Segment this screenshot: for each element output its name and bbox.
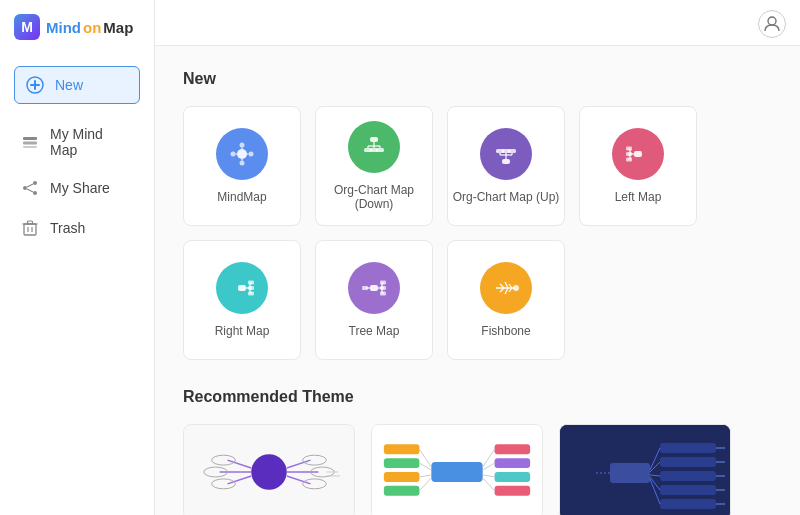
svg-rect-52: [626, 158, 632, 162]
svg-point-80: [513, 285, 519, 291]
map-card-org-up[interactable]: Org-Chart Map (Up): [447, 106, 565, 226]
svg-rect-62: [370, 285, 378, 291]
svg-rect-61: [248, 292, 254, 296]
tree-map-icon: [348, 262, 400, 314]
org-up-icon: [480, 128, 532, 180]
svg-point-18: [240, 143, 245, 148]
fishbone-label: Fishbone: [481, 324, 530, 338]
profile-button[interactable]: [758, 10, 786, 38]
svg-rect-13: [28, 221, 33, 224]
trash-icon: [20, 218, 40, 238]
svg-point-20: [231, 152, 236, 157]
tree-map-label: Tree Map: [349, 324, 400, 338]
svg-point-6: [33, 181, 37, 185]
main-content: New MindMap: [155, 46, 800, 515]
svg-line-9: [27, 184, 33, 187]
svg-rect-4: [23, 142, 37, 145]
svg-rect-43: [508, 149, 516, 153]
top-bar: [155, 0, 800, 46]
svg-rect-68: [380, 281, 386, 285]
sidebar-item-trash[interactable]: Trash: [0, 208, 154, 248]
svg-point-17: [237, 149, 247, 159]
svg-rect-119: [660, 471, 716, 481]
svg-rect-72: [362, 286, 368, 290]
svg-rect-121: [660, 499, 716, 509]
mindmap-icon: [216, 128, 268, 180]
sidebar-item-new-label: New: [55, 77, 83, 93]
svg-rect-26: [370, 137, 378, 142]
fishbone-icon: [480, 262, 532, 314]
svg-rect-102: [384, 486, 420, 496]
svg-rect-117: [660, 443, 716, 453]
org-up-label: Org-Chart Map (Up): [453, 190, 560, 204]
new-section-title: New: [183, 70, 772, 88]
svg-point-7: [23, 186, 27, 190]
map-card-mindmap[interactable]: MindMap: [183, 106, 301, 226]
svg-point-8: [33, 191, 37, 195]
theme-grid: [183, 424, 772, 515]
org-down-icon: [348, 121, 400, 173]
layers-icon: [20, 132, 40, 152]
map-card-right-map[interactable]: Right Map: [183, 240, 301, 360]
svg-line-10: [27, 189, 33, 192]
sidebar-item-my-share[interactable]: My Share: [0, 168, 154, 208]
map-card-org-down[interactable]: Org-Chart Map (Down): [315, 106, 433, 226]
org-down-label: Org-Chart Map (Down): [316, 183, 432, 211]
svg-line-77: [505, 288, 508, 294]
svg-rect-99: [384, 444, 420, 454]
plus-circle-icon: [25, 75, 45, 95]
svg-rect-44: [634, 151, 642, 157]
svg-rect-118: [660, 457, 716, 467]
svg-rect-3: [23, 137, 37, 140]
sidebar: M MindonMap New My Mind Map: [0, 0, 155, 515]
sidebar-item-trash-label: Trash: [50, 220, 85, 236]
logo-icon: M: [14, 14, 40, 40]
map-type-grid: MindMap Org-C: [183, 106, 772, 360]
svg-rect-69: [380, 286, 386, 290]
svg-rect-35: [502, 159, 510, 164]
svg-rect-59: [248, 281, 254, 285]
svg-point-16: [768, 17, 776, 25]
svg-rect-109: [495, 472, 531, 482]
svg-rect-100: [384, 458, 420, 468]
map-card-tree-map[interactable]: Tree Map: [315, 240, 433, 360]
sidebar-item-my-mind-map[interactable]: My Mind Map: [0, 116, 154, 168]
svg-rect-101: [384, 472, 420, 482]
svg-rect-116: [610, 463, 650, 483]
svg-rect-5: [23, 146, 37, 148]
svg-rect-11: [24, 224, 36, 235]
logo-area: M MindonMap: [0, 0, 154, 54]
theme-card-dark[interactable]: [559, 424, 731, 515]
svg-rect-53: [238, 285, 246, 291]
svg-point-82: [251, 454, 287, 490]
map-card-left-map[interactable]: Left Map: [579, 106, 697, 226]
svg-point-19: [240, 161, 245, 166]
svg-rect-70: [380, 292, 386, 296]
svg-rect-50: [626, 147, 632, 151]
sidebar-item-new[interactable]: New: [14, 66, 140, 104]
logo-text: Mind: [46, 19, 81, 36]
right-map-icon: [216, 262, 268, 314]
svg-rect-107: [495, 444, 531, 454]
svg-rect-60: [248, 286, 254, 290]
svg-rect-110: [495, 486, 531, 496]
svg-point-21: [249, 152, 254, 157]
svg-rect-108: [495, 458, 531, 468]
recommended-title: Recommended Theme: [183, 388, 772, 406]
left-map-icon: [612, 128, 664, 180]
svg-rect-51: [626, 152, 632, 156]
right-map-label: Right Map: [215, 324, 270, 338]
left-map-label: Left Map: [615, 190, 662, 204]
map-card-fishbone[interactable]: Fishbone: [447, 240, 565, 360]
sidebar-item-my-share-label: My Share: [50, 180, 110, 196]
mindmap-label: MindMap: [217, 190, 266, 204]
svg-rect-120: [660, 485, 716, 495]
theme-card-light[interactable]: [183, 424, 355, 515]
theme-card-colorful[interactable]: [371, 424, 543, 515]
svg-rect-34: [376, 148, 384, 152]
logo-on: on: [83, 19, 101, 36]
svg-rect-98: [431, 462, 482, 482]
logo-map: Map: [103, 19, 133, 36]
sidebar-item-my-mind-map-label: My Mind Map: [50, 126, 134, 158]
svg-line-76: [505, 282, 508, 288]
